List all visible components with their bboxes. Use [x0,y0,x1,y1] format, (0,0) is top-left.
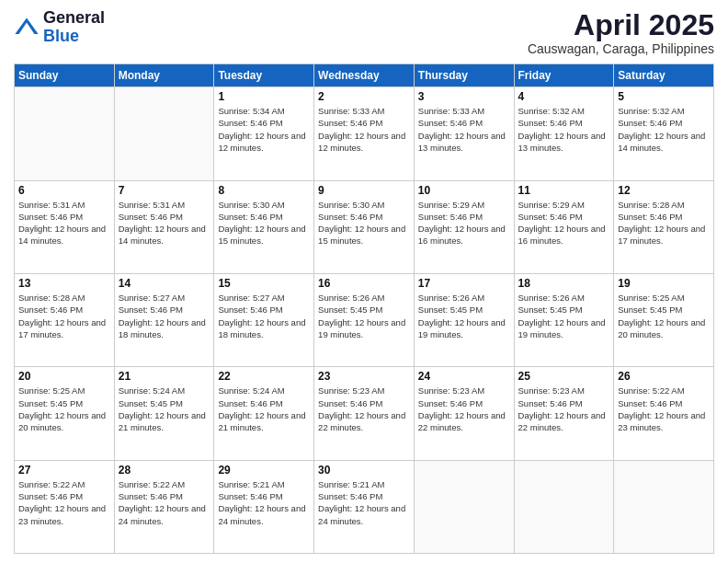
calendar-cell: 22Sunrise: 5:24 AM Sunset: 5:46 PM Dayli… [214,367,314,460]
day-number: 26 [618,370,710,383]
calendar-cell: 9Sunrise: 5:30 AM Sunset: 5:46 PM Daylig… [314,180,415,273]
week-row-1: 1Sunrise: 5:34 AM Sunset: 5:46 PM Daylig… [15,87,714,180]
day-info: Sunrise: 5:31 AM Sunset: 5:46 PM Dayligh… [119,199,210,247]
day-number: 9 [318,184,410,197]
day-number: 11 [518,184,610,197]
calendar-cell: 18Sunrise: 5:26 AM Sunset: 5:45 PM Dayli… [514,273,614,366]
calendar-cell: 28Sunrise: 5:22 AM Sunset: 5:46 PM Dayli… [114,460,214,553]
calendar-cell: 26Sunrise: 5:22 AM Sunset: 5:46 PM Dayli… [614,367,714,460]
calendar-cell: 12Sunrise: 5:28 AM Sunset: 5:46 PM Dayli… [614,180,714,273]
day-info: Sunrise: 5:28 AM Sunset: 5:46 PM Dayligh… [618,199,710,247]
logo-general: General [43,9,105,28]
day-of-week-monday: Monday [114,64,214,87]
day-info: Sunrise: 5:31 AM Sunset: 5:46 PM Dayligh… [18,199,110,247]
calendar-cell: 14Sunrise: 5:27 AM Sunset: 5:46 PM Dayli… [114,273,214,366]
day-number: 1 [218,90,310,103]
day-number: 17 [418,277,510,290]
week-row-4: 20Sunrise: 5:25 AM Sunset: 5:45 PM Dayli… [15,367,714,460]
calendar-cell: 3Sunrise: 5:33 AM Sunset: 5:46 PM Daylig… [414,87,514,180]
logo: General Blue [14,9,105,46]
day-number: 20 [18,370,110,383]
day-info: Sunrise: 5:26 AM Sunset: 5:45 PM Dayligh… [418,292,510,340]
day-number: 29 [218,464,310,477]
day-number: 16 [318,277,410,290]
day-info: Sunrise: 5:34 AM Sunset: 5:46 PM Dayligh… [218,105,310,154]
day-info: Sunrise: 5:30 AM Sunset: 5:46 PM Dayligh… [218,199,310,247]
day-number: 27 [18,464,110,477]
calendar-cell: 24Sunrise: 5:23 AM Sunset: 5:46 PM Dayli… [414,367,514,460]
day-info: Sunrise: 5:21 AM Sunset: 5:46 PM Dayligh… [218,478,310,527]
calendar-header: SundayMondayTuesdayWednesdayThursdayFrid… [15,64,714,87]
calendar-cell: 21Sunrise: 5:24 AM Sunset: 5:45 PM Dayli… [114,367,214,460]
calendar-cell: 25Sunrise: 5:23 AM Sunset: 5:46 PM Dayli… [514,367,614,460]
page: General Blue April 2025 Causwagan, Carag… [0,0,728,563]
day-info: Sunrise: 5:27 AM Sunset: 5:46 PM Dayligh… [119,292,210,340]
calendar-cell: 7Sunrise: 5:31 AM Sunset: 5:46 PM Daylig… [114,180,214,273]
day-info: Sunrise: 5:22 AM Sunset: 5:46 PM Dayligh… [119,478,210,527]
day-number: 14 [119,277,210,290]
day-info: Sunrise: 5:30 AM Sunset: 5:46 PM Dayligh… [318,199,410,247]
day-number: 8 [218,184,310,197]
calendar-cell: 30Sunrise: 5:21 AM Sunset: 5:46 PM Dayli… [314,460,415,553]
calendar-cell: 5Sunrise: 5:32 AM Sunset: 5:46 PM Daylig… [614,87,714,180]
day-number: 4 [518,90,610,103]
calendar-cell: 13Sunrise: 5:28 AM Sunset: 5:46 PM Dayli… [15,273,115,366]
title-block: April 2025 Causwagan, Caraga, Philippine… [528,9,714,56]
day-of-week-tuesday: Tuesday [214,64,314,87]
day-info: Sunrise: 5:23 AM Sunset: 5:46 PM Dayligh… [418,385,510,433]
day-info: Sunrise: 5:29 AM Sunset: 5:46 PM Dayligh… [418,199,510,247]
day-number: 22 [218,370,310,383]
calendar-cell: 6Sunrise: 5:31 AM Sunset: 5:46 PM Daylig… [15,180,115,273]
day-info: Sunrise: 5:24 AM Sunset: 5:46 PM Dayligh… [218,385,310,433]
day-info: Sunrise: 5:27 AM Sunset: 5:46 PM Dayligh… [218,292,310,340]
day-info: Sunrise: 5:22 AM Sunset: 5:46 PM Dayligh… [18,478,110,527]
calendar-cell: 10Sunrise: 5:29 AM Sunset: 5:46 PM Dayli… [414,180,514,273]
day-number: 13 [18,277,110,290]
day-info: Sunrise: 5:22 AM Sunset: 5:46 PM Dayligh… [618,385,710,433]
day-info: Sunrise: 5:26 AM Sunset: 5:45 PM Dayligh… [518,292,610,340]
day-info: Sunrise: 5:32 AM Sunset: 5:46 PM Dayligh… [618,105,710,154]
calendar-cell [514,460,614,553]
header: General Blue April 2025 Causwagan, Carag… [14,9,714,56]
day-of-week-saturday: Saturday [614,64,714,87]
day-number: 19 [618,277,710,290]
calendar-cell: 4Sunrise: 5:32 AM Sunset: 5:46 PM Daylig… [514,87,614,180]
day-number: 3 [418,90,510,103]
day-number: 21 [119,370,210,383]
day-of-week-sunday: Sunday [15,64,115,87]
calendar-cell: 29Sunrise: 5:21 AM Sunset: 5:46 PM Dayli… [214,460,314,553]
calendar-cell [414,460,514,553]
calendar-cell [114,87,214,180]
day-info: Sunrise: 5:28 AM Sunset: 5:46 PM Dayligh… [18,292,110,340]
day-info: Sunrise: 5:33 AM Sunset: 5:46 PM Dayligh… [418,105,510,154]
day-number: 5 [618,90,710,103]
calendar-cell: 11Sunrise: 5:29 AM Sunset: 5:46 PM Dayli… [514,180,614,273]
day-info: Sunrise: 5:23 AM Sunset: 5:46 PM Dayligh… [518,385,610,433]
calendar-cell: 17Sunrise: 5:26 AM Sunset: 5:45 PM Dayli… [414,273,514,366]
calendar-cell: 8Sunrise: 5:30 AM Sunset: 5:46 PM Daylig… [214,180,314,273]
calendar-cell: 19Sunrise: 5:25 AM Sunset: 5:45 PM Dayli… [614,273,714,366]
week-row-2: 6Sunrise: 5:31 AM Sunset: 5:46 PM Daylig… [15,180,714,273]
day-info: Sunrise: 5:29 AM Sunset: 5:46 PM Dayligh… [518,199,610,247]
calendar-cell [614,460,714,553]
day-info: Sunrise: 5:24 AM Sunset: 5:45 PM Dayligh… [119,385,210,433]
day-number: 2 [318,90,410,103]
day-of-week-wednesday: Wednesday [314,64,415,87]
calendar-cell: 16Sunrise: 5:26 AM Sunset: 5:45 PM Dayli… [314,273,415,366]
calendar-cell: 23Sunrise: 5:23 AM Sunset: 5:46 PM Dayli… [314,367,415,460]
calendar-cell: 15Sunrise: 5:27 AM Sunset: 5:46 PM Dayli… [214,273,314,366]
location: Causwagan, Caraga, Philippines [528,41,714,56]
day-number: 10 [418,184,510,197]
day-of-week-friday: Friday [514,64,614,87]
day-number: 15 [218,277,310,290]
week-row-5: 27Sunrise: 5:22 AM Sunset: 5:46 PM Dayli… [15,460,714,553]
day-number: 30 [318,464,410,477]
calendar-cell: 1Sunrise: 5:34 AM Sunset: 5:46 PM Daylig… [214,87,314,180]
calendar-body: 1Sunrise: 5:34 AM Sunset: 5:46 PM Daylig… [15,87,714,554]
day-info: Sunrise: 5:25 AM Sunset: 5:45 PM Dayligh… [618,292,710,340]
day-number: 7 [119,184,210,197]
day-info: Sunrise: 5:32 AM Sunset: 5:46 PM Dayligh… [518,105,610,154]
day-info: Sunrise: 5:21 AM Sunset: 5:46 PM Dayligh… [318,478,410,527]
day-info: Sunrise: 5:26 AM Sunset: 5:45 PM Dayligh… [318,292,410,340]
calendar-cell: 20Sunrise: 5:25 AM Sunset: 5:45 PM Dayli… [15,367,115,460]
